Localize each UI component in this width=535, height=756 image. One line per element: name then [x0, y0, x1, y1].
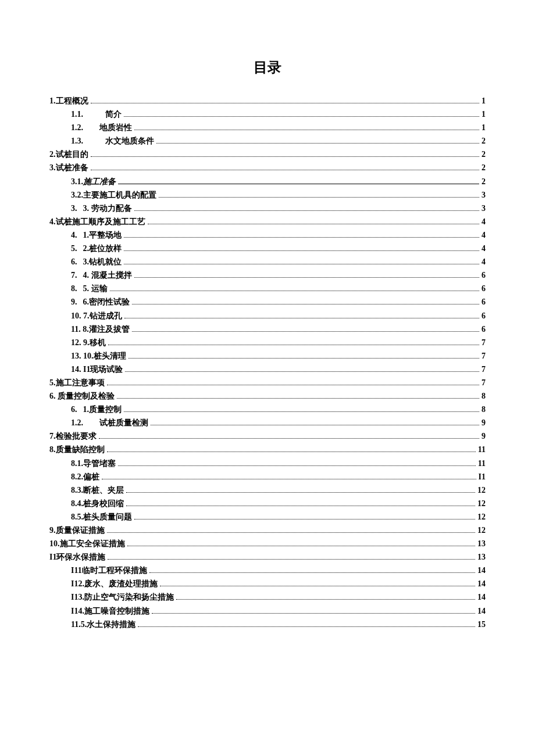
- toc-entry[interactable]: 9.6.密闭性试验6: [49, 295, 486, 309]
- toc-entry[interactable]: 3.3. 劳动力配备3: [49, 202, 486, 215]
- toc-entry-page: 4: [482, 215, 486, 228]
- toc-entry-number: 14. I1: [71, 363, 90, 376]
- toc-entry[interactable]: 11. 8.灌注及拔管6: [49, 323, 486, 336]
- toc-entry-page: 14: [477, 604, 486, 618]
- toc-leader-dots: [107, 532, 476, 533]
- document-page: 目录 1 .工程概况11.1.简介11.2.地质岩性11.3.水文地质条件22 …: [0, 0, 535, 666]
- toc-entry[interactable]: 5.2.桩位放样4: [49, 242, 486, 255]
- toc-entry-number: 6.: [71, 403, 77, 416]
- toc-entry[interactable]: 14. I1现场试验7: [49, 363, 486, 376]
- toc-entry-label: 临时工程环保措施: [82, 564, 147, 577]
- toc-entry-number: 10.: [49, 537, 60, 550]
- toc-entry-page: 14: [477, 577, 486, 590]
- toc-leader-dots: [108, 559, 475, 560]
- toc-leader-dots: [91, 170, 480, 170]
- toc-entry[interactable]: 8 .质量缺陷控制11: [49, 443, 486, 456]
- toc-entry[interactable]: 10.施工安全保证措施13: [49, 537, 486, 550]
- toc-entry[interactable]: I12.废水、废渣处理措施14: [49, 577, 486, 590]
- toc-entry[interactable]: 1.2.试桩质量检测9: [49, 416, 486, 429]
- toc-leader-dots: [134, 130, 479, 130]
- toc-entry-page: 1: [482, 108, 486, 121]
- toc-entry-label: 桩身校回缩: [83, 497, 124, 510]
- toc-leader-dots: [124, 411, 479, 412]
- toc-entry-number: 5: [49, 376, 54, 389]
- toc-leader-dots: [134, 519, 475, 519]
- toc-entry[interactable]: I1环保水保措施13: [49, 550, 486, 564]
- toc-entry[interactable]: 5 .施工注意事项7: [49, 376, 486, 389]
- toc-entry[interactable]: I13.防止空气污染和扬尘措施14: [49, 590, 486, 604]
- toc-entry-number: I12.: [71, 577, 84, 590]
- toc-entry[interactable]: 8.3.断桩、夹层12: [49, 483, 486, 497]
- toc-entry-number: 9.: [49, 524, 56, 537]
- toc-entry-number: 1.2.: [71, 416, 83, 429]
- toc-entry-number: I11: [71, 564, 82, 577]
- toc-entry-number: 4.: [71, 228, 77, 242]
- toc-entry-label: 3. 劳动力配备: [83, 202, 132, 215]
- toc-leader-dots: [118, 465, 476, 466]
- toc-entry-page: 9: [482, 429, 486, 443]
- toc-entry-number: 9.: [71, 295, 77, 309]
- toc-entry[interactable]: 3 .试桩准备2: [49, 161, 486, 174]
- toc-entry-page: 7: [482, 349, 486, 363]
- toc-leader-dots: [124, 318, 480, 318]
- toc-entry[interactable]: I11临时工程环保措施14: [49, 564, 486, 577]
- toc-entry[interactable]: 2 .试桩目的2: [49, 148, 486, 161]
- toc-entry-number: 1.2.: [71, 121, 83, 134]
- toc-entry[interactable]: 8.4. 桩身校回缩12: [49, 497, 486, 510]
- toc-entry[interactable]: 10. 7.钻进成孔6: [49, 309, 486, 323]
- toc-entry[interactable]: 6 . 质量控制及检验8: [49, 389, 486, 403]
- toc-entry-page: 6: [482, 323, 486, 336]
- toc-entry-number: 1: [49, 94, 54, 108]
- toc-entry[interactable]: 8.5.桩头质量问题12: [49, 510, 486, 524]
- toc-leader-dots: [124, 237, 479, 238]
- toc-leader-dots: [124, 116, 479, 117]
- toc-entry[interactable]: I14.施工噪音控制措施14: [49, 604, 486, 618]
- toc-entry[interactable]: 9.质量保证措施12: [49, 524, 486, 537]
- toc-entry-number: 11.5.: [71, 618, 87, 631]
- toc-list: 1 .工程概况11.1.简介11.2.地质岩性11.3.水文地质条件22 .试桩…: [49, 94, 486, 631]
- toc-entry[interactable]: 12. 9.移机7: [49, 336, 486, 349]
- toc-entry-page: I1: [479, 470, 486, 483]
- toc-entry[interactable]: 13. 10.桩头清理7: [49, 349, 486, 363]
- toc-entry-page: 6: [482, 295, 486, 309]
- toc-entry-label: .试桩准备: [54, 161, 88, 174]
- toc-entry[interactable]: 7.4. 混凝土搅拌6: [49, 268, 486, 282]
- toc-leader-dots: [107, 452, 476, 452]
- toc-entry[interactable]: 1.2.地质岩性1: [49, 121, 486, 134]
- toc-entry-label: 断桩、夹层: [83, 483, 124, 497]
- toc-entry-page: 15: [477, 618, 486, 631]
- toc-leader-dots: [108, 345, 480, 345]
- toc-entry[interactable]: 6.1.质量控制8: [49, 403, 486, 416]
- toc-entry[interactable]: 7 .检验批要求9: [49, 429, 486, 443]
- toc-entry[interactable]: 8.5. 运输6: [49, 282, 486, 295]
- toc-entry-page: 12: [477, 497, 486, 510]
- toc-leader-dots: [91, 156, 480, 157]
- toc-leader-dots: [132, 331, 479, 332]
- toc-entry-number: 2: [49, 148, 54, 161]
- toc-entry[interactable]: 11.5.水土保持措施15: [49, 618, 486, 631]
- toc-entry-label: 钻进成孔: [90, 309, 122, 323]
- toc-entry-label: . 质量控制及检验: [54, 389, 115, 403]
- toc-entry-page: 4: [482, 228, 486, 242]
- toc-entry-label: .施工注意事项: [54, 376, 105, 389]
- toc-entry[interactable]: 3.2.主要施工机具的配置3: [49, 188, 486, 202]
- toc-entry[interactable]: 1.1.简介1: [49, 108, 486, 121]
- toc-leader-dots: [160, 586, 475, 586]
- toc-entry[interactable]: 8.2. 偏桩I1: [49, 470, 486, 483]
- toc-leader-dots: [117, 398, 479, 399]
- toc-entry-label: .检验批要求: [54, 429, 97, 443]
- toc-entry[interactable]: 4 .试桩施工顺序及施工工艺4: [49, 215, 486, 228]
- toc-entry-label: 5. 运输: [83, 282, 108, 295]
- toc-entry-page: 8: [482, 403, 486, 416]
- toc-entry[interactable]: 1.3.水文地质条件2: [49, 134, 486, 148]
- toc-leader-dots: [129, 358, 480, 359]
- toc-leader-dots: [134, 210, 480, 211]
- toc-entry-page: 7: [482, 363, 486, 376]
- toc-entry[interactable]: 6.3.钻机就位4: [49, 255, 486, 268]
- toc-entry-page: 6: [482, 309, 486, 323]
- toc-entry[interactable]: 8.1.导管堵塞11: [49, 457, 486, 470]
- toc-entry[interactable]: 1 .工程概况1: [49, 94, 486, 108]
- toc-entry[interactable]: 3.1.施工准备2: [49, 175, 486, 188]
- toc-entry[interactable]: 4.1.平整场地4: [49, 228, 486, 242]
- toc-leader-dots: [151, 425, 479, 425]
